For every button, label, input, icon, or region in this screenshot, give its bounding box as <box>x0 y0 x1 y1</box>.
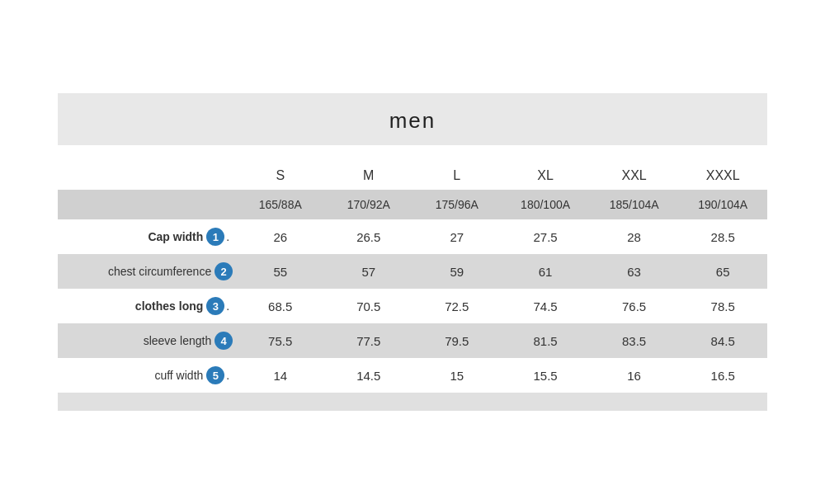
cap-width-s: 26 <box>236 219 324 254</box>
header-m: M <box>324 160 412 190</box>
badge-5: 5 <box>206 366 224 384</box>
subheader-175: 175/96A <box>412 190 501 219</box>
cuff-xl: 15.5 <box>501 358 590 393</box>
subheader-185: 185/104A <box>590 190 679 219</box>
title-section: men <box>58 93 767 145</box>
table-row: Cap width 1 . 26 26.5 27 27.5 28 28.5 <box>58 219 767 254</box>
cuff-s: 14 <box>236 358 324 393</box>
table-row: sleeve length 4 75.5 77.5 79.5 81.5 83.5… <box>58 323 767 358</box>
label-clothes-long: clothes long 3 . <box>58 289 236 323</box>
sleeve-s: 75.5 <box>236 323 324 358</box>
header-col0 <box>58 160 236 190</box>
chest-s: 55 <box>236 254 324 289</box>
badge-2: 2 <box>214 262 233 280</box>
main-container: men S M L XL XXL XXXL 165/88A 170/92A 17… <box>58 93 767 411</box>
header-row: S M L XL XXL XXXL <box>58 160 767 190</box>
label-cuff-width: cuff width 5 . <box>58 358 236 393</box>
footer-row <box>58 393 767 411</box>
sleeve-l: 79.5 <box>412 323 501 358</box>
header-s: S <box>236 160 324 190</box>
subheader-170: 170/92A <box>324 190 412 219</box>
sleeve-xxxl: 84.5 <box>678 323 767 358</box>
label-chest: chest circumference 2 <box>58 254 236 289</box>
table-row: cuff width 5 . 14 14.5 15 15.5 16 16.5 <box>58 358 767 393</box>
cuff-xxl: 16 <box>590 358 679 393</box>
table-row: chest circumference 2 55 57 59 61 63 65 <box>58 254 767 289</box>
badge-1: 1 <box>206 228 224 246</box>
subheader-190: 190/104A <box>678 190 767 219</box>
header-l: L <box>412 160 501 190</box>
cap-width-xxl: 28 <box>590 219 679 254</box>
label-sleeve-length: sleeve length 4 <box>58 323 236 358</box>
chest-xxl: 63 <box>590 254 679 289</box>
table-row: clothes long 3 . 68.5 70.5 72.5 74.5 76.… <box>58 289 767 323</box>
chest-m: 57 <box>324 254 412 289</box>
clothes-long-l: 72.5 <box>412 289 501 323</box>
cuff-l: 15 <box>412 358 501 393</box>
clothes-long-xxl: 76.5 <box>590 289 679 323</box>
sleeve-xl: 81.5 <box>501 323 590 358</box>
cuff-m: 14.5 <box>324 358 412 393</box>
clothes-long-xl: 74.5 <box>501 289 590 323</box>
header-xl: XL <box>501 160 590 190</box>
clothes-long-s: 68.5 <box>236 289 324 323</box>
cap-width-l: 27 <box>412 219 501 254</box>
header-xxl: XXL <box>590 160 679 190</box>
chest-xxxl: 65 <box>678 254 767 289</box>
chest-xl: 61 <box>501 254 590 289</box>
subheader-col0 <box>58 190 236 219</box>
size-table: S M L XL XXL XXXL 165/88A 170/92A 175/96… <box>58 160 767 411</box>
label-cap-width: Cap width 1 . <box>58 219 236 254</box>
subheader-165: 165/88A <box>236 190 324 219</box>
clothes-long-m: 70.5 <box>324 289 412 323</box>
sleeve-xxl: 83.5 <box>590 323 679 358</box>
clothes-long-xxxl: 78.5 <box>678 289 767 323</box>
chest-l: 59 <box>412 254 501 289</box>
badge-4: 4 <box>214 332 233 350</box>
cuff-xxxl: 16.5 <box>678 358 767 393</box>
sleeve-m: 77.5 <box>324 323 412 358</box>
subheader-180: 180/100A <box>501 190 590 219</box>
cap-width-xl: 27.5 <box>501 219 590 254</box>
subheader-row: 165/88A 170/92A 175/96A 180/100A 185/104… <box>58 190 767 219</box>
cap-width-m: 26.5 <box>324 219 412 254</box>
page-title: men <box>389 108 436 133</box>
cap-width-xxxl: 28.5 <box>678 219 767 254</box>
footer-cell <box>58 393 767 411</box>
header-xxxl: XXXL <box>678 160 767 190</box>
badge-3: 3 <box>206 297 224 315</box>
